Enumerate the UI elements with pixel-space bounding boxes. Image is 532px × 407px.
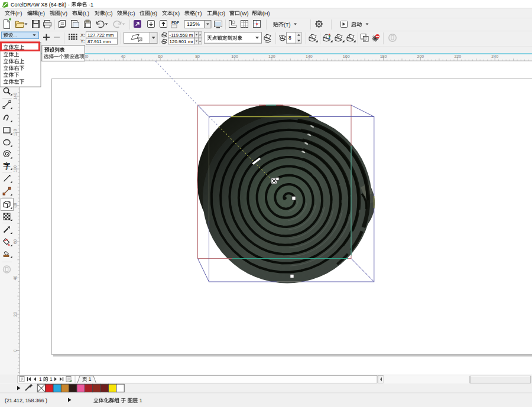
svg-text:-1: -1	[87, 2, 94, 8]
svg-text:字: 字	[3, 162, 10, 170]
svg-text:40: 40	[121, 54, 125, 58]
svg-text:1: 1	[48, 376, 53, 382]
svg-text:80: 80	[195, 54, 200, 58]
svg-text:(X): (X)	[173, 11, 180, 17]
svg-text:(B): (B)	[150, 11, 157, 17]
svg-text:40: 40	[13, 276, 17, 281]
svg-text:(T): (T)	[284, 22, 291, 28]
svg-text:(W): (W)	[240, 11, 249, 17]
svg-text:140: 140	[13, 93, 17, 100]
svg-text:160: 160	[343, 54, 350, 58]
svg-text:(V): (V)	[60, 11, 67, 17]
svg-text:CorelDRAW X8 (64-Bit) -: CorelDRAW X8 (64-Bit) -	[11, 2, 71, 8]
svg-text:-119.558 m: -119.558 m	[170, 32, 193, 38]
svg-text:(F): (F)	[15, 11, 22, 17]
svg-text:100: 100	[13, 165, 17, 172]
svg-text:Y:: Y:	[80, 38, 85, 44]
svg-text:127.722 mm: 127.722 mm	[87, 32, 114, 38]
svg-text:120: 120	[268, 54, 275, 58]
svg-text:220: 220	[454, 54, 461, 58]
svg-text:PDF: PDF	[171, 21, 179, 25]
svg-text:120.901 mr: 120.901 mr	[170, 39, 194, 44]
svg-text:(C): (C)	[105, 11, 113, 17]
svg-text:(21.412, 158.366 ): (21.412, 158.366 )	[5, 398, 47, 403]
svg-text:87.911 mm: 87.911 mm	[87, 39, 111, 44]
svg-text:(O): (O)	[218, 11, 225, 17]
svg-text:8: 8	[288, 35, 291, 41]
svg-text:1: 1	[39, 376, 43, 382]
svg-text:X:: X:	[80, 32, 85, 38]
svg-text:60: 60	[13, 239, 17, 244]
svg-text:(E): (E)	[38, 11, 45, 17]
svg-text:0: 0	[13, 349, 17, 351]
svg-text:(L): (L)	[83, 11, 89, 17]
svg-text:1: 1	[87, 376, 92, 382]
svg-text:(T): (T)	[195, 11, 202, 17]
svg-text:100: 100	[231, 54, 238, 58]
svg-text:180: 180	[380, 54, 387, 58]
svg-text:140: 140	[306, 54, 313, 58]
svg-text:200: 200	[417, 54, 424, 58]
svg-text:60: 60	[158, 54, 163, 58]
svg-text:20: 20	[13, 312, 17, 317]
svg-text:...: ...	[13, 33, 17, 38]
svg-text:(C): (C)	[128, 11, 135, 17]
svg-text:(H): (H)	[262, 11, 270, 17]
svg-text:125%: 125%	[187, 21, 200, 27]
svg-text:1: 1	[138, 398, 142, 403]
svg-text:120: 120	[13, 129, 17, 136]
svg-text:240: 240	[491, 54, 498, 58]
